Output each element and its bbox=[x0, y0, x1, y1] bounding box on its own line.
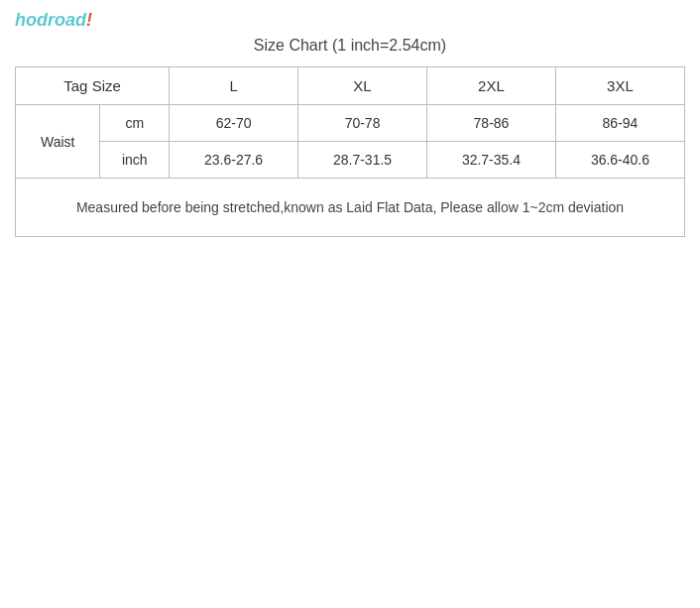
waist-cm-xl: 70-78 bbox=[298, 105, 427, 142]
page-wrapper: hodroad! Size Chart (1 inch=2.54cm) Tag … bbox=[0, 0, 700, 608]
waist-cm-2xl: 78-86 bbox=[427, 105, 556, 142]
waist-inch-xl: 28.7-31.5 bbox=[298, 142, 427, 179]
table-row: inch 23.6-27.6 28.7-31.5 32.7-35.4 36.6-… bbox=[16, 142, 685, 179]
waist-inch-2xl: 32.7-35.4 bbox=[427, 142, 556, 179]
waist-group-label: Waist bbox=[16, 105, 100, 179]
waist-inch-l: 23.6-27.6 bbox=[170, 142, 298, 179]
cm-unit-label: cm bbox=[100, 105, 170, 142]
table-row: Waist cm 62-70 70-78 78-86 86-94 bbox=[16, 105, 685, 142]
table-header-row: Tag Size L XL 2XL 3XL bbox=[16, 67, 685, 105]
logo: hodroad! bbox=[15, 10, 92, 30]
col-xl-header: XL bbox=[298, 67, 427, 105]
waist-cm-3xl: 86-94 bbox=[555, 105, 684, 142]
waist-inch-3xl: 36.6-40.6 bbox=[555, 142, 684, 179]
logo-area: hodroad! bbox=[15, 10, 685, 31]
col-l-header: L bbox=[170, 67, 298, 105]
waist-cm-l: 62-70 bbox=[170, 105, 298, 142]
note-text: Measured before being stretched,known as… bbox=[16, 179, 685, 237]
tag-size-header: Tag Size bbox=[16, 67, 170, 105]
col-3xl-header: 3XL bbox=[555, 67, 684, 105]
chart-title: Size Chart (1 inch=2.54cm) bbox=[15, 37, 685, 55]
col-2xl-header: 2XL bbox=[427, 67, 556, 105]
size-table: Tag Size L XL 2XL 3XL Waist cm 62-70 70-… bbox=[15, 66, 685, 237]
note-row: Measured before being stretched,known as… bbox=[16, 179, 685, 237]
inch-unit-label: inch bbox=[100, 142, 170, 179]
